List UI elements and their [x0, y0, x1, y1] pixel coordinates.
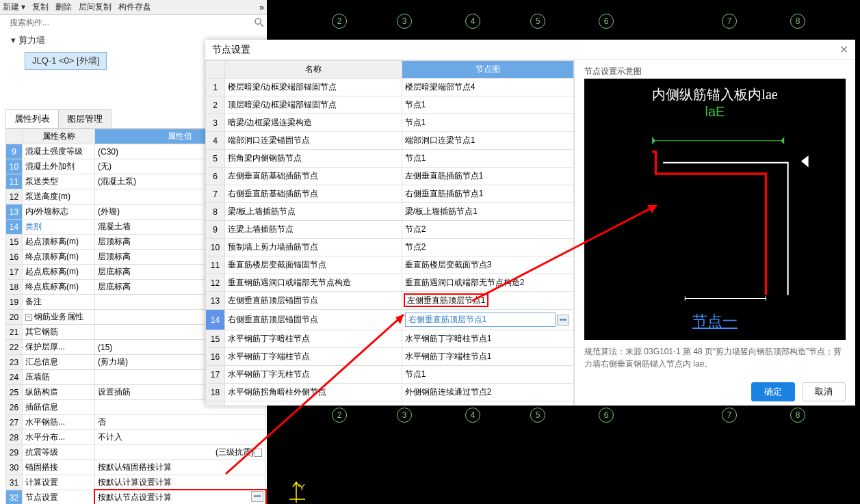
copy-button[interactable]: 复制 [32, 1, 49, 13]
node-value-cell[interactable]: 节点1 [402, 366, 573, 384]
prop-value-cell[interactable]: 按默认计算设置计算 [95, 475, 265, 490]
axis-num: 3 [397, 14, 412, 29]
prop-name-cell[interactable]: 终点底标高(m) [23, 280, 95, 295]
node-value-cell[interactable]: 端部洞口连梁节点1 [402, 132, 573, 150]
row-number: 25 [6, 385, 23, 400]
prop-name-cell[interactable]: 备注 [23, 295, 95, 310]
ellipsis-button[interactable]: ••• [557, 315, 569, 326]
ok-button[interactable]: 确定 [751, 382, 795, 401]
node-value-cell[interactable]: 梁/板上墙插筋节点1 [402, 203, 573, 221]
prop-name-cell[interactable]: 混凝土强度等级 [23, 144, 95, 159]
node-value-cell[interactable]: 垂直筋楼层变截面节点3 [402, 256, 573, 274]
node-name-cell[interactable]: 右侧垂直筋基础插筋节点 [225, 185, 402, 203]
node-name-cell[interactable]: 梁/板上墙插筋节点 [225, 203, 402, 221]
node-settings-dialog: 节点设置 ✕ 名称 节点图 1楼层暗梁/边框梁端部锚固节点楼层暗梁端部节点42顶… [205, 40, 855, 406]
prop-name-cell[interactable]: 计算设置 [23, 475, 95, 490]
node-value-cell[interactable]: 左侧垂直筋插筋节点1 [402, 168, 573, 185]
prop-name-cell[interactable]: 抗震等级 [23, 445, 95, 460]
prop-name-cell[interactable]: 插筋信息 [23, 400, 95, 415]
node-value-cell[interactable]: 楼层暗梁端部节点4 [402, 79, 573, 96]
node-value-cell[interactable]: 节点1 [402, 96, 573, 114]
node-name-cell[interactable]: 暗梁/边框梁遇连梁构造 [225, 114, 402, 132]
row-number: 12 [6, 189, 23, 204]
node-name-cell[interactable]: 水平钢筋丁字暗柱节点 [225, 330, 402, 348]
node-table-panel: 名称 节点图 1楼层暗梁/边框梁端部锚固节点楼层暗梁端部节点42顶层暗梁/边框梁… [205, 60, 575, 406]
selected-node-value[interactable]: 右侧垂直筋顶层节点1 [405, 313, 556, 327]
axis-num: 8 [790, 408, 805, 423]
prop-name-cell[interactable]: 保护层厚... [23, 340, 95, 355]
prop-name-cell[interactable]: 水平分布... [23, 430, 95, 445]
axis-num: 8 [790, 14, 805, 29]
node-value-cell[interactable]: 水平钢筋丁字端柱节点1 [402, 348, 573, 366]
new-button[interactable]: 新建 ▾ [3, 1, 25, 13]
prop-name-cell[interactable]: 泵送类型 [23, 174, 95, 189]
component-save-button[interactable]: 构件存盘 [118, 1, 151, 13]
node-value-cell[interactable]: 节点1 [402, 114, 573, 132]
row-number: 2 [206, 96, 225, 114]
node-name-cell[interactable]: 拐角梁内侧钢筋节点 [225, 150, 402, 168]
node-name-cell[interactable]: 预制墙上剪力墙插筋节点 [225, 239, 402, 256]
node-name-cell[interactable]: 连梁上墙插筋节点 [225, 221, 402, 239]
row-number: 8 [206, 203, 225, 221]
row-number: 6 [206, 168, 225, 185]
algorithm-description: 规范算法：来源 03G101-1 第 48 页“剪力墙竖向钢筋顶部构造”节点；剪… [584, 345, 846, 378]
node-name-cell[interactable]: 水平钢筋拐角暗柱内侧节点 [225, 401, 402, 406]
node-name-cell[interactable]: 水平钢筋丁字端柱节点 [225, 348, 402, 366]
node-value-cell[interactable]: 外侧钢筋连续通过节点2 [402, 384, 573, 401]
prop-name-cell[interactable]: 其它钢筋 [23, 325, 95, 340]
prop-name-cell[interactable]: 泵送高度(m) [23, 189, 95, 204]
node-value-cell[interactable]: 左侧垂直筋顶层节点1 [402, 292, 573, 310]
ellipsis-button[interactable]: ••• [251, 491, 263, 502]
node-value-cell[interactable]: 水平钢筋丁字暗柱节点1 [402, 330, 573, 348]
node-value-cell[interactable]: 垂直筋遇洞口或端部无节点构造2 [402, 274, 573, 292]
node-name-cell[interactable]: 垂直钢筋遇洞口或端部无节点构造 [225, 274, 402, 292]
node-name-cell[interactable]: 端部洞口连梁锚固节点 [225, 132, 402, 150]
tab-property-list[interactable]: 属性列表 [5, 109, 59, 128]
prop-value-cell[interactable]: 否 [95, 415, 265, 430]
prop-name-cell[interactable]: 内/外墙标志 [23, 204, 95, 220]
prop-value-cell[interactable]: (三级抗震) [95, 445, 265, 460]
prop-value-cell[interactable]: 按默认节点设置计算••• [95, 490, 265, 505]
prop-name-cell[interactable]: 汇总信息 [23, 355, 95, 370]
prop-name-cell[interactable]: 水平钢筋... [23, 415, 95, 430]
node-value-cell[interactable]: 节点2 [402, 221, 573, 239]
node-value-cell[interactable]: 节点2 [402, 239, 573, 256]
close-icon[interactable]: ✕ [839, 43, 848, 56]
node-name-cell[interactable]: 左侧垂直筋顶层锚固节点 [225, 292, 402, 310]
delete-button[interactable]: 删除 [55, 1, 72, 13]
node-value-cell[interactable]: 右侧垂直筋顶层节点1••• [402, 310, 573, 330]
prop-name-cell[interactable]: 混凝土外加剂 [23, 159, 95, 174]
prop-name-cell[interactable]: 压墙筋 [23, 370, 95, 385]
menu-more-icon[interactable]: » [259, 3, 264, 12]
prop-name-cell[interactable]: 类别 [23, 220, 95, 235]
search-icon[interactable] [253, 16, 265, 29]
prop-name-cell[interactable]: 节点设置 [23, 490, 95, 505]
cancel-button[interactable]: 取消 [802, 382, 846, 401]
row-number: 26 [6, 400, 23, 415]
prop-value-cell[interactable]: 按默认锚固搭接计算 [95, 460, 265, 475]
node-name-cell[interactable]: 右侧垂直筋顶层锚固节点 [225, 310, 402, 330]
node-value-cell[interactable]: 拐角暗柱内侧节点3 [402, 401, 573, 406]
node-name-cell[interactable]: 水平钢筋丁字无柱节点 [225, 366, 402, 384]
row-number: 21 [6, 325, 23, 340]
node-name-cell[interactable]: 楼层暗梁/边框梁端部锚固节点 [225, 79, 402, 96]
node-name-cell[interactable]: 顶层暗梁/边框梁端部锚固节点 [225, 96, 402, 114]
prop-name-cell[interactable]: 起点底标高(m) [23, 265, 95, 280]
node-name-cell[interactable]: 垂直筋楼层变截面锚固节点 [225, 256, 402, 274]
node-value-cell[interactable]: 节点1 [402, 150, 573, 168]
checkbox[interactable] [254, 449, 262, 457]
prop-name-cell[interactable]: 纵筋构造 [23, 385, 95, 400]
node-name-cell[interactable]: 左侧垂直筋基础插筋节点 [225, 168, 402, 185]
prop-name-cell[interactable]: 起点顶标高(m) [23, 235, 95, 250]
node-name-cell[interactable]: 水平钢筋拐角暗柱外侧节点 [225, 384, 402, 401]
node-value-cell[interactable]: 右侧垂直筋插筋节点1 [402, 185, 573, 203]
axis-num: 2 [332, 408, 347, 423]
prop-name-cell[interactable]: 终点顶标高(m) [23, 250, 95, 265]
prop-value-cell[interactable]: 不计入 [95, 430, 265, 445]
prop-name-cell[interactable]: 锚固搭接 [23, 460, 95, 475]
tree-item-selected[interactable]: JLQ-1 <0> [外墙] [25, 52, 107, 70]
tab-layer-mgmt[interactable]: 图层管理 [58, 109, 112, 128]
prop-name-cell[interactable]: −钢筋业务属性 [23, 310, 95, 325]
interlayer-copy-button[interactable]: 层间复制 [79, 1, 112, 13]
component-search-input[interactable] [5, 16, 253, 29]
